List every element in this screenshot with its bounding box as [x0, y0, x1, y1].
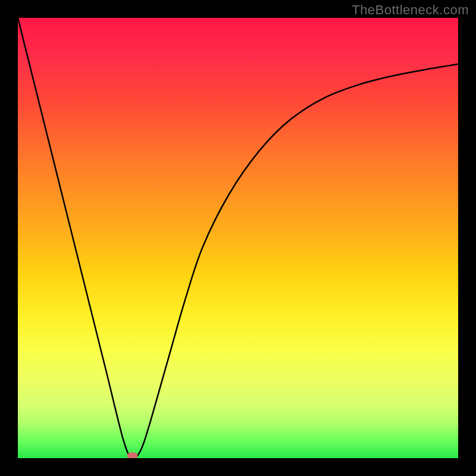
plot-area — [18, 18, 458, 458]
watermark-text: TheBottleneck.com — [352, 2, 469, 18]
chart-container: { "watermark": "TheBottleneck.com", "cha… — [0, 0, 476, 476]
curve-line — [18, 18, 458, 458]
bottleneck-curve — [18, 18, 458, 458]
